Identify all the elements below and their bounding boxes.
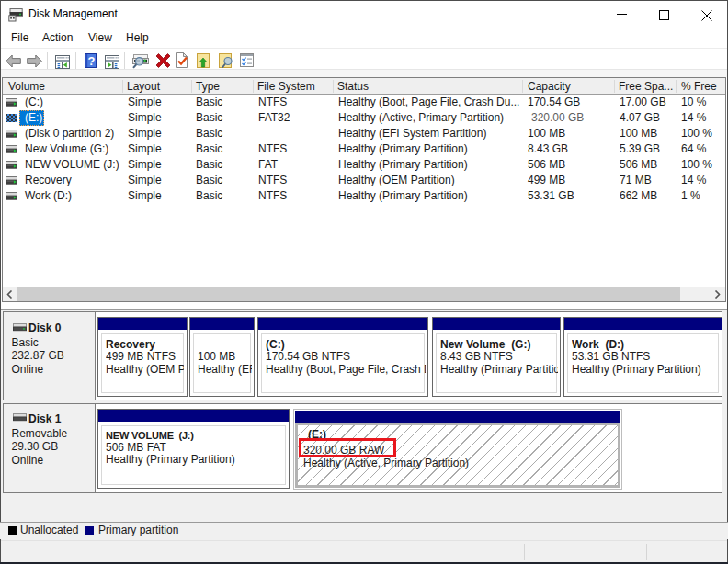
svg-text:?: ? bbox=[88, 54, 96, 68]
